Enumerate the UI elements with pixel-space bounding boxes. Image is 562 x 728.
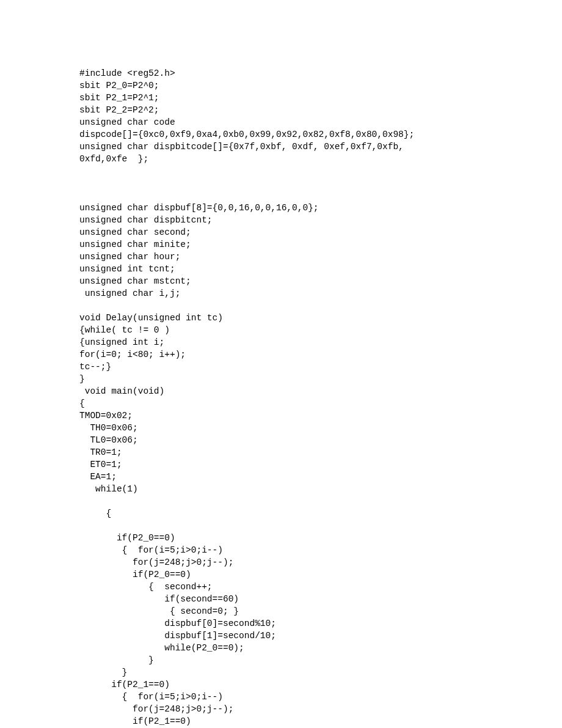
code-document: #include <reg52.h> sbit P2_0=P2^0; sbit …: [0, 0, 562, 728]
code-content: #include <reg52.h> sbit P2_0=P2^0; sbit …: [79, 68, 414, 726]
